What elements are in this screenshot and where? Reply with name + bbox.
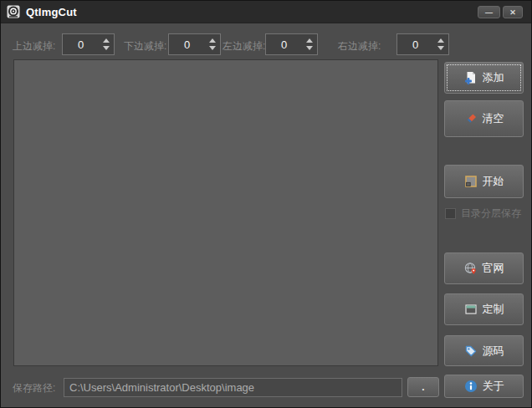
crop-right-label: 右边减掉: [338,39,381,54]
add-button[interactable]: 添加 [444,62,524,94]
spin-up-icon[interactable] [209,38,216,43]
custom-button[interactable]: 定制 [444,293,524,325]
crop-start-icon [464,175,478,188]
spin-down-icon[interactable] [103,46,110,50]
spin-down-icon[interactable] [209,46,216,50]
browse-button[interactable]: . [407,377,439,397]
clear-button[interactable]: 清空 [444,100,524,137]
spin-down-icon[interactable] [437,46,444,50]
start-button[interactable]: 开始 [444,165,524,198]
add-button-label: 添加 [483,70,504,85]
spin-down-icon[interactable] [306,46,313,50]
spin-up-icon[interactable] [103,38,110,43]
close-button[interactable]: ✕ [503,6,523,18]
custom-button-label: 定制 [483,302,504,317]
add-file-icon [464,71,478,84]
titlebar: QtImgCut — ✕ [1,1,531,23]
tag-icon [464,344,478,358]
website-button-label: 官网 [483,261,504,276]
minimize-button[interactable]: — [478,6,500,18]
about-button[interactable]: 关于 [444,375,524,398]
spin-up-icon[interactable] [437,38,444,43]
crop-right-value: 0 [397,34,433,54]
source-button-label: 源码 [483,344,504,359]
crop-bottom-spinbox[interactable]: 0 [168,33,221,55]
info-icon [464,380,478,393]
browse-button-label: . [422,381,424,393]
start-button-label: 开始 [483,174,504,189]
crop-top-label: 上边减掉: [13,39,55,54]
eraser-icon [464,112,478,125]
image-list-panel[interactable] [13,59,438,366]
crop-left-spinbox[interactable]: 0 [265,33,318,55]
window-icon [464,303,478,316]
crop-bottom-label: 下边减掉: [124,39,166,54]
minimize-icon: — [485,8,493,17]
save-path-input[interactable] [64,378,402,397]
app-window: QtImgCut — ✕ 上边减掉: 0 下边减掉: 0 左边减掉: 0 右边减… [0,0,532,408]
crop-top-value: 0 [63,34,99,54]
crop-right-spinbox[interactable]: 0 [396,33,449,55]
spin-up-icon[interactable] [306,38,313,43]
window-title: QtImgCut [26,1,77,23]
clear-button-label: 清空 [483,111,504,126]
checkbox-icon[interactable] [445,208,456,219]
crop-left-label: 左边减掉: [223,39,265,54]
layered-save-checkbox-row[interactable]: 目录分层保存 [445,207,521,221]
crop-left-value: 0 [266,34,302,54]
about-button-label: 关于 [483,379,504,394]
crop-top-spinbox[interactable]: 0 [62,33,115,55]
close-icon: ✕ [509,8,516,17]
source-button[interactable]: 源码 [444,335,524,366]
save-path-label: 保存路径: [13,381,55,395]
app-logo-icon [7,5,20,18]
layered-save-label: 目录分层保存 [461,207,521,221]
crop-bottom-value: 0 [169,34,205,54]
globe-pin-icon [464,262,478,275]
website-button[interactable]: 官网 [444,252,524,284]
